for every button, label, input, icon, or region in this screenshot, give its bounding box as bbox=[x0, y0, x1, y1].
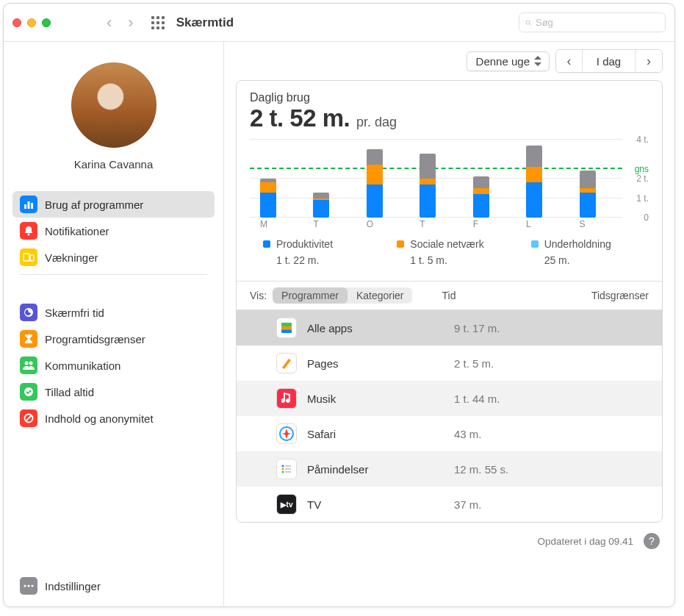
search-field[interactable] bbox=[519, 12, 666, 32]
pen-icon bbox=[276, 353, 297, 373]
nav-arrows: ‹ › bbox=[107, 15, 134, 31]
svg-rect-6 bbox=[24, 254, 29, 261]
close-icon[interactable] bbox=[12, 18, 21, 27]
sidebar-item-4[interactable]: Indhold og anonymitet bbox=[12, 405, 215, 431]
svg-rect-29 bbox=[285, 471, 291, 473]
moon-icon bbox=[20, 304, 37, 321]
table-row[interactable]: Alle apps 9 t. 17 m. bbox=[237, 310, 662, 345]
window: ‹ › Skærmtid Karina Cavanna Brug af prog… bbox=[3, 3, 675, 607]
svg-rect-18 bbox=[281, 326, 292, 330]
window-controls bbox=[12, 18, 51, 27]
range-label: Denne uge bbox=[476, 55, 530, 68]
svg-point-10 bbox=[29, 362, 33, 365]
back-icon[interactable]: ‹ bbox=[107, 15, 112, 31]
show-label: Vis: bbox=[250, 290, 267, 301]
svg-rect-28 bbox=[285, 468, 291, 470]
day-label: L bbox=[516, 219, 569, 229]
svg-point-5 bbox=[28, 234, 30, 236]
svg-point-15 bbox=[27, 584, 29, 587]
average-label: gns bbox=[635, 164, 649, 174]
app-name: Pages bbox=[307, 357, 454, 370]
search-icon bbox=[525, 18, 531, 28]
stack-icon bbox=[276, 318, 297, 338]
updated-label: Opdateret i dag 09.41 bbox=[537, 536, 633, 547]
toolbar: Denne uge ‹ I dag › bbox=[224, 42, 674, 80]
table-row[interactable]: Pages 2 t. 5 m. bbox=[237, 345, 662, 381]
svg-rect-2 bbox=[24, 204, 26, 209]
chart-bar bbox=[580, 171, 596, 218]
segment-option[interactable]: Programmer bbox=[273, 287, 348, 304]
apps-grid-icon[interactable] bbox=[151, 16, 165, 29]
svg-rect-4 bbox=[31, 203, 33, 209]
sidebar-item-2[interactable]: Vækninger bbox=[12, 244, 215, 271]
day-label: O bbox=[356, 219, 409, 229]
sidebar-settings-label: Indstillinger bbox=[45, 580, 101, 592]
prev-day-button[interactable]: ‹ bbox=[556, 50, 583, 72]
legend-value: 25 m. bbox=[544, 254, 636, 266]
sidebar-item-0[interactable]: Brug af programmer bbox=[12, 191, 215, 218]
user-name: Karina Cavanna bbox=[74, 158, 154, 171]
svg-rect-17 bbox=[281, 329, 292, 333]
y-tick-label: 4 t. bbox=[636, 135, 649, 145]
chevron-left-icon: ‹ bbox=[567, 54, 572, 68]
legend-value: 1 t. 5 m. bbox=[410, 254, 501, 266]
chart-bar bbox=[367, 149, 383, 218]
sidebar-item-label: Programtidsgrænser bbox=[45, 333, 145, 345]
fullscreen-icon[interactable] bbox=[42, 18, 51, 27]
next-day-button[interactable]: › bbox=[636, 50, 662, 72]
svg-rect-7 bbox=[30, 255, 34, 261]
chevron-right-icon: › bbox=[647, 54, 651, 68]
hourglass-icon bbox=[20, 330, 37, 348]
app-time: 1 t. 44 m. bbox=[454, 393, 500, 405]
avatar[interactable] bbox=[71, 62, 156, 148]
day-label: M bbox=[250, 219, 303, 229]
segment-option[interactable]: Kategorier bbox=[348, 287, 413, 304]
sidebar-item-1[interactable]: Programtidsgrænser bbox=[12, 326, 215, 352]
bell-icon bbox=[20, 222, 37, 240]
svg-line-1 bbox=[530, 24, 531, 25]
sidebar-item-2[interactable]: Kommunikation bbox=[12, 352, 215, 379]
search-input[interactable] bbox=[536, 17, 659, 28]
sidebar-item-label: Skærmfri tid bbox=[45, 307, 104, 319]
app-name: Musik bbox=[307, 393, 454, 405]
ellipsis-icon bbox=[20, 577, 37, 595]
app-time: 12 m. 55 s. bbox=[454, 463, 508, 476]
table-row[interactable]: Safari 43 m. bbox=[237, 416, 662, 451]
sidebar-item-3[interactable]: Tillad altid bbox=[12, 379, 215, 405]
table-row[interactable]: Påmindelser 12 m. 55 s. bbox=[237, 451, 662, 487]
legend-swatch bbox=[397, 240, 404, 248]
sidebar-item-1[interactable]: Notifikationer bbox=[12, 218, 215, 244]
list-icon bbox=[276, 459, 297, 479]
today-button[interactable]: I dag bbox=[583, 50, 636, 72]
legend-item: Sociale netværk bbox=[397, 238, 501, 250]
forward-icon[interactable]: › bbox=[128, 15, 133, 31]
app-name: Alle apps bbox=[307, 322, 454, 334]
updown-icon bbox=[534, 56, 541, 66]
app-time: 9 t. 17 m. bbox=[454, 322, 500, 334]
app-name: Påmindelser bbox=[307, 463, 454, 476]
sidebar-item-label: Brug af programmer bbox=[45, 198, 143, 211]
svg-rect-3 bbox=[28, 201, 30, 209]
view-segment[interactable]: ProgrammerKategorier bbox=[273, 287, 412, 304]
svg-point-0 bbox=[526, 21, 530, 24]
sidebar-item-settings[interactable]: Indstillinger bbox=[12, 573, 215, 599]
people-icon bbox=[20, 357, 37, 374]
svg-rect-19 bbox=[281, 323, 292, 326]
help-icon[interactable]: ? bbox=[644, 533, 660, 549]
app-name: TV bbox=[307, 498, 454, 511]
minimize-icon[interactable] bbox=[27, 18, 36, 27]
sidebar-item-0[interactable]: Skærmfri tid bbox=[12, 299, 215, 326]
legend-item: Underholdning bbox=[531, 238, 636, 250]
app-time: 43 m. bbox=[454, 428, 482, 440]
table-row[interactable]: ▶tv TV 37 m. bbox=[237, 487, 662, 522]
legend-label: Produktivitet bbox=[276, 238, 333, 250]
compass-icon bbox=[276, 423, 297, 444]
legend-swatch bbox=[531, 240, 539, 248]
y-tick-label: 0 bbox=[644, 212, 649, 223]
table-row[interactable]: Musik 1 t. 44 m. bbox=[237, 381, 662, 416]
app-table: Alle apps 9 t. 17 m. Pages 2 t. 5 m. Mus… bbox=[237, 310, 662, 522]
day-label: S bbox=[569, 219, 622, 229]
sidebar-item-label: Indhold og anonymitet bbox=[45, 412, 154, 425]
svg-line-13 bbox=[26, 415, 32, 421]
range-picker[interactable]: Denne uge bbox=[467, 51, 550, 71]
